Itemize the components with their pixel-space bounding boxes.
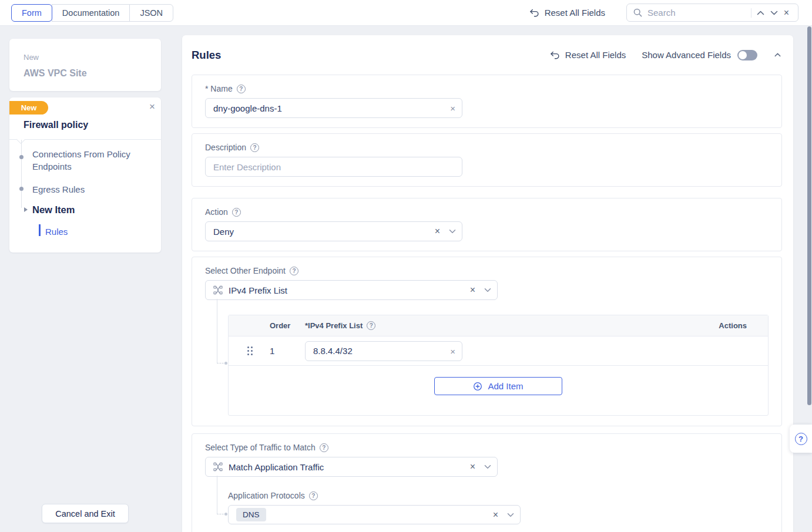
close-icon: × [493, 510, 498, 520]
page-title: Rules [192, 49, 221, 62]
endpoint-select[interactable]: IPv4 Prefix List × [205, 280, 498, 300]
help-icon[interactable]: ? [320, 443, 328, 452]
tree-item-egress-rules[interactable]: Egress Rules [32, 183, 85, 196]
tab-form[interactable]: Form [11, 4, 52, 22]
new-badge: New [9, 101, 48, 115]
search-input[interactable] [647, 8, 750, 18]
policy-card-title: Firewall policy [24, 120, 88, 130]
close-icon: × [784, 8, 789, 18]
chevron-down-icon[interactable] [507, 513, 514, 517]
active-indicator [39, 224, 41, 236]
chevron-down-icon[interactable] [484, 288, 491, 292]
policy-card: New × Firewall policy Connections From P… [9, 97, 161, 252]
action-select-value: Deny [213, 227, 234, 237]
reset-all-fields-button[interactable]: Reset All Fields [550, 50, 626, 60]
help-fab-button[interactable]: ? [790, 425, 812, 453]
close-icon: × [435, 227, 440, 236]
card-divider [9, 139, 161, 140]
order-cell: 1 [270, 346, 305, 356]
question-icon: ? [795, 433, 807, 445]
prefix-table-header: Order *IPv4 Prefix List ? Actions [229, 315, 768, 336]
one-of-icon [213, 462, 223, 472]
app-protocols-clear-button[interactable]: × [490, 509, 501, 521]
name-input-wrap: × [205, 98, 462, 118]
chevron-down-icon [770, 11, 778, 15]
tree-item-new-item[interactable]: New Item [32, 204, 75, 216]
tree-connector [217, 476, 226, 514]
help-icon[interactable]: ? [250, 143, 259, 152]
tree-connector [217, 299, 226, 363]
add-item-area: Add Item [229, 366, 768, 415]
advanced-fields-toggle[interactable] [737, 50, 757, 60]
actions-column-header: Actions [697, 321, 768, 330]
search-prev-button[interactable] [754, 9, 767, 17]
tree-item-connections[interactable]: Connections From Policy Endpoints [32, 148, 141, 173]
description-label: Description [205, 143, 246, 152]
site-card-title: AWS VPC Site [24, 68, 147, 79]
close-icon: × [470, 285, 475, 295]
prefix-table: Order *IPv4 Prefix List ? Actions 1 [228, 315, 769, 416]
tree-item-rules[interactable]: Rules [45, 225, 68, 238]
action-clear-button[interactable]: × [432, 225, 443, 238]
search-divider [751, 8, 751, 18]
plus-circle-icon [473, 382, 482, 391]
chevron-up-icon [757, 11, 764, 15]
one-of-icon [213, 285, 223, 295]
tree-arrow-icon [24, 207, 28, 212]
action-select[interactable]: Deny × [205, 221, 462, 241]
policy-close-button[interactable]: × [149, 102, 155, 112]
app-protocols-label: Application Protocols [228, 491, 305, 500]
search-next-button[interactable] [767, 9, 781, 17]
advanced-fields-label: Show Advanced Fields [642, 50, 731, 60]
site-context-card: New AWS VPC Site [9, 39, 161, 91]
tree-rail [21, 140, 22, 208]
topbar-right-group: Reset All Fields × [529, 4, 798, 22]
help-icon[interactable]: ? [237, 85, 246, 93]
add-item-label: Add Item [488, 381, 523, 391]
order-column-header: Order [270, 321, 305, 330]
scrollbar-thumb[interactable] [807, 26, 811, 405]
view-tabs: Form Documentation JSON [11, 4, 173, 22]
traffic-select[interactable]: Match Application Traffic × [205, 457, 498, 477]
app-protocols-group: Application Protocols ? DNS × [228, 491, 769, 524]
traffic-clear-button[interactable]: × [467, 460, 478, 473]
prefix-input-wrap: × [305, 341, 462, 361]
help-icon[interactable]: ? [232, 208, 241, 217]
tab-json[interactable]: JSON [129, 4, 173, 22]
table-row: 1 × [229, 336, 768, 366]
prefix-input[interactable] [305, 341, 462, 361]
traffic-label: Select Type of Traffic to Match [205, 443, 316, 452]
collapse-section-button[interactable] [773, 52, 782, 58]
description-input[interactable] [205, 157, 462, 177]
chevron-down-icon[interactable] [449, 229, 456, 234]
search-close-button[interactable]: × [781, 6, 792, 19]
app-protocols-select[interactable]: DNS × [228, 505, 521, 524]
rules-header-actions: Reset All Fields Show Advanced Fields [550, 50, 782, 60]
help-icon[interactable]: ? [309, 491, 318, 500]
tree-bullet-icon [19, 155, 24, 159]
chevron-down-icon[interactable] [484, 464, 491, 469]
clear-prefix-button[interactable]: × [449, 345, 457, 356]
traffic-field-box: Select Type of Traffic to Match ? Match … [192, 433, 782, 532]
cancel-and-exit-button[interactable]: Cancel and Exit [42, 504, 129, 523]
description-field-box: Description ? [192, 133, 782, 187]
toggle-knob [739, 51, 747, 59]
dns-tag[interactable]: DNS [236, 508, 266, 521]
help-icon[interactable]: ? [367, 321, 375, 330]
help-icon[interactable]: ? [290, 267, 298, 275]
action-field-box: Action ? Deny × [192, 198, 782, 251]
search-icon [633, 8, 643, 18]
clear-name-button[interactable]: × [449, 103, 457, 114]
name-field-box: * Name ? × [192, 75, 782, 128]
cancel-area: Cancel and Exit [9, 504, 161, 523]
close-icon: × [450, 346, 455, 356]
tab-documentation[interactable]: Documentation [52, 4, 130, 22]
site-card-eyebrow: New [24, 53, 147, 62]
endpoint-field-box: Select Other Endpoint ? IPv4 Prefix List… [192, 257, 782, 426]
add-item-button[interactable]: Add Item [434, 377, 562, 395]
drag-handle-icon[interactable] [247, 346, 253, 355]
reset-all-fields-label: Reset All Fields [545, 8, 605, 18]
reset-all-fields-button[interactable]: Reset All Fields [529, 8, 605, 18]
endpoint-clear-button[interactable]: × [467, 284, 478, 297]
name-input[interactable] [205, 98, 462, 118]
